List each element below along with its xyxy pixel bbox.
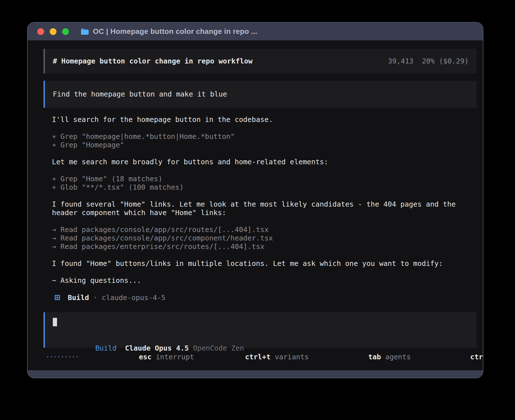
status-left: escinterrupt [47, 345, 194, 369]
tool-call: ∗ Grep "homepage|home.*button|Home.*butt… [52, 132, 468, 141]
tool-call: → Read packages/console/app/src/routes/[… [52, 226, 468, 234]
minimize-button[interactable] [50, 28, 56, 35]
terminal-content: # Homepage button color change in repo w… [28, 40, 483, 361]
session-header: # Homepage button color change in repo w… [43, 49, 477, 73]
context-usage: 20% ($0.29) [422, 57, 469, 65]
tool-call: ∗ Glob "**/*.tsx" (100 matches) [52, 183, 468, 192]
window-title: OC | Homepage button color change in rep… [93, 27, 258, 36]
close-button[interactable] [37, 28, 44, 35]
assistant-text: I found several "Home" links. Let me loo… [52, 200, 468, 209]
agent-model: claude-opus-4-5 [102, 294, 165, 302]
tool-call: → Read packages/console/app/src/componen… [52, 234, 468, 242]
keyboard-hints: ctrl+tvariants tabagents ctrl+pcommands [194, 345, 483, 369]
esc-label: interrupt [156, 353, 194, 361]
tool-call: ∗ Grep "Home" (18 matches) [52, 175, 468, 183]
text-cursor [53, 318, 57, 326]
session-meta: 39,413 20% ($0.29) [388, 57, 469, 65]
status-text: ~ Asking questions... [52, 276, 468, 285]
tool-call: ∗ Grep "Homepage" [52, 141, 468, 149]
assistant-text: I'll search for the homepage button in t… [52, 115, 468, 124]
status-bar: escinterrupt ctrl+tvariants tabagents ct… [43, 353, 477, 361]
session-title: # Homepage button color change in repo w… [53, 57, 252, 65]
agent-badge: Build·claude-opus-4-5 [52, 293, 468, 302]
terminal-window: OC | Homepage button color change in rep… [27, 22, 483, 378]
window-footer-strip [28, 370, 483, 378]
agent-name: Build [68, 294, 89, 302]
agents-hint: tabagents [317, 345, 411, 369]
zoom-button[interactable] [62, 28, 69, 35]
agent-square-icon [55, 295, 60, 300]
input-footer: BuildClaude Opus 4.5OpenCode Zen [53, 336, 469, 344]
esc-key: esc [139, 353, 152, 361]
traffic-lights [37, 28, 69, 35]
separator-dot: · [93, 294, 97, 302]
user-message: Find the homepage button and make it blu… [43, 81, 477, 108]
variants-hint: ctrl+tvariants [194, 345, 309, 369]
esc-hint: escinterrupt [88, 345, 194, 369]
user-message-text: Find the homepage button and make it blu… [53, 90, 469, 99]
tool-call: → Read packages/enterprise/src/routes/[.… [52, 242, 468, 251]
assistant-text: Let me search more broadly for buttons a… [52, 158, 468, 166]
desktop: OC | Homepage button color change in rep… [0, 0, 515, 420]
commands-hint: ctrl+pcommands [419, 345, 483, 369]
assistant-transcript: I'll search for the homepage button in t… [43, 115, 477, 302]
spinner-dots-icon [47, 356, 78, 357]
titlebar: OC | Homepage button color change in rep… [28, 23, 483, 40]
assistant-text: I found "Home" buttons/links in multiple… [52, 259, 468, 268]
assistant-text: header component which have "Home" links… [52, 209, 468, 217]
folder-icon [81, 28, 89, 35]
prompt-input[interactable]: BuildClaude Opus 4.5OpenCode Zen [43, 312, 477, 348]
token-count: 39,413 [388, 57, 413, 65]
